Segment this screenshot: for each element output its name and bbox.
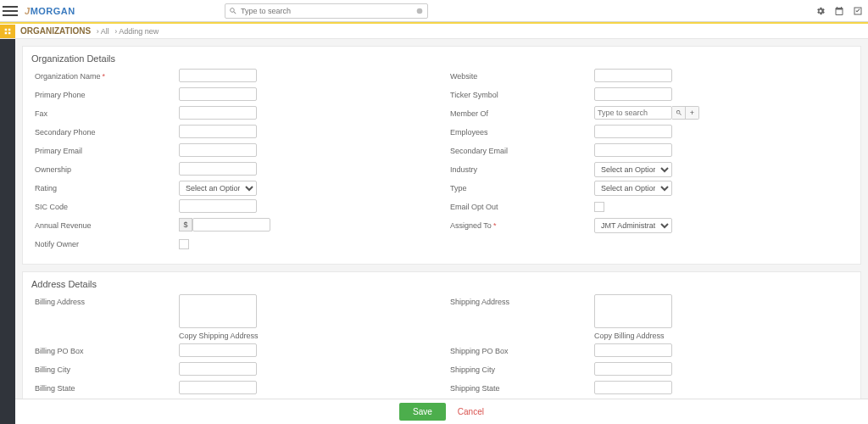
brand-logo: JMORGAN [25, 6, 75, 16]
svg-point-0 [417, 8, 423, 14]
billing-city-input[interactable] [179, 362, 257, 376]
breadcrumb-module[interactable]: ORGANIZATIONS [20, 26, 91, 36]
website-input[interactable] [594, 69, 672, 82]
shipping-address-input[interactable] [594, 294, 672, 328]
label-industry: Industry [450, 162, 594, 174]
label-employees: Employees [450, 125, 594, 137]
label-assigned-to: Assigned To* [450, 218, 594, 230]
currency-symbol: $ [179, 218, 192, 232]
check-icon[interactable] [853, 6, 863, 16]
clear-icon[interactable] [415, 7, 424, 15]
assigned-to-select[interactable]: JMT Administrator [594, 218, 672, 233]
member-of-input[interactable] [594, 106, 672, 120]
shipping-pobox-input[interactable] [594, 343, 672, 357]
calendar-icon[interactable] [834, 6, 844, 16]
ownership-input[interactable] [179, 162, 257, 176]
industry-select[interactable]: Select an Option [594, 162, 672, 177]
billing-address-input[interactable] [179, 294, 257, 328]
breadcrumb-action: › Adding new [113, 27, 159, 36]
ticker-input[interactable] [594, 87, 672, 101]
global-search-input[interactable] [237, 7, 415, 15]
label-shipping-pobox: Shipping PO Box [450, 343, 594, 355]
label-notify-owner: Notify Owner [35, 237, 179, 248]
global-search[interactable] [225, 3, 428, 19]
label-shipping-city: Shipping City [450, 362, 594, 374]
billing-state-input[interactable] [179, 381, 257, 394]
label-shipping-state: Shipping State [450, 381, 594, 393]
menu-icon[interactable] [3, 3, 18, 19]
copy-shipping-link[interactable]: Copy Shipping Address [179, 332, 259, 340]
label-billing-pobox: Billing PO Box [35, 343, 179, 355]
module-icon[interactable] [0, 25, 15, 38]
label-secondary-phone: Secondary Phone [35, 125, 179, 137]
label-annual-revenue: Annual Revenue [35, 218, 179, 230]
member-of-search-btn[interactable] [672, 106, 686, 120]
label-primary-email: Primary Email [35, 143, 179, 155]
label-ticker: Ticker Symbol [450, 87, 594, 99]
label-rating: Rating [35, 181, 179, 192]
footer-bar: Save Cancel [15, 399, 868, 424]
secondary-email-input[interactable] [594, 143, 672, 157]
primary-email-input[interactable] [179, 143, 257, 157]
gear-icon[interactable] [815, 6, 826, 16]
notify-owner-checkbox[interactable] [179, 239, 189, 249]
breadcrumb-all[interactable]: › All [94, 27, 109, 36]
annual-revenue-input[interactable] [192, 218, 270, 232]
billing-pobox-input[interactable] [179, 343, 257, 357]
label-billing-state: Billing State [35, 381, 179, 393]
shipping-city-input[interactable] [594, 362, 672, 376]
organization-details-block: Organization Details Organization Name* … [22, 46, 861, 265]
label-member-of: Member Of [450, 106, 594, 118]
organization-details-title: Organization Details [23, 47, 860, 69]
label-ownership: Ownership [35, 162, 179, 174]
label-email-opt-out: Email Opt Out [450, 199, 594, 211]
cancel-button[interactable]: Cancel [458, 407, 484, 416]
shipping-state-input[interactable] [594, 381, 672, 394]
sic-code-input[interactable] [179, 199, 257, 213]
member-of-add-btn[interactable]: + [686, 106, 699, 120]
fax-input[interactable] [179, 106, 257, 120]
address-details-title: Address Details [23, 272, 860, 294]
label-primary-phone: Primary Phone [35, 87, 179, 99]
label-secondary-email: Secondary Email [450, 143, 594, 155]
left-sidebar [0, 39, 15, 424]
label-billing-address: Billing Address [35, 294, 179, 306]
label-website: Website [450, 69, 594, 81]
email-opt-out-checkbox[interactable] [594, 202, 604, 212]
label-shipping-address: Shipping Address [450, 294, 594, 306]
primary-phone-input[interactable] [179, 87, 257, 101]
label-type: Type [450, 181, 594, 192]
rating-select[interactable]: Select an Option [179, 181, 257, 196]
type-select[interactable]: Select an Option [594, 181, 672, 196]
employees-input[interactable] [594, 125, 672, 138]
label-billing-city: Billing City [35, 362, 179, 374]
label-fax: Fax [35, 106, 179, 118]
save-button[interactable]: Save [399, 403, 446, 421]
label-org-name: Organization Name* [35, 69, 179, 81]
top-bar: JMORGAN [0, 0, 868, 22]
secondary-phone-input[interactable] [179, 125, 257, 138]
search-icon [229, 7, 237, 15]
label-sic-code: SIC Code [35, 199, 179, 211]
copy-billing-link[interactable]: Copy Billing Address [594, 332, 672, 340]
org-name-input[interactable] [179, 69, 257, 82]
breadcrumb: ORGANIZATIONS › All › Adding new [0, 22, 868, 39]
